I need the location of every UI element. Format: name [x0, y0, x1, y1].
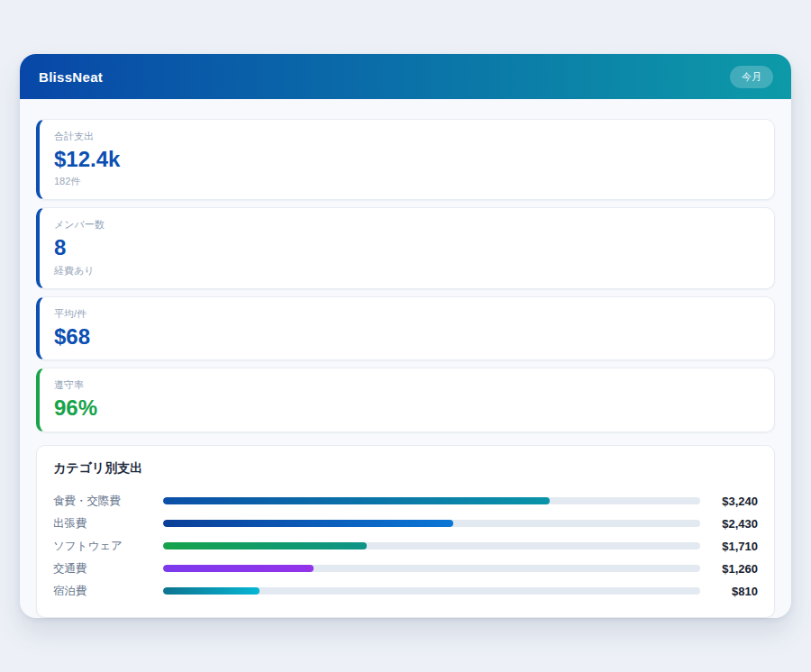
category-amount: $810: [700, 585, 758, 598]
category-label: 食費・交際費: [53, 494, 163, 509]
category-bar-track: [163, 520, 700, 527]
stat-card-average: 平均/件 $68: [36, 296, 775, 360]
category-bar-fill: [163, 497, 550, 504]
category-amount: $2,430: [700, 517, 758, 531]
stat-card-members: メンバー数 8 経費あり: [36, 207, 775, 288]
stat-card-total-spend: 合計支出 $12.4k 182件: [36, 119, 775, 200]
stat-value: $68: [54, 325, 760, 349]
category-label: 出張費: [53, 516, 163, 531]
category-bar-track: [163, 565, 700, 572]
category-bar-fill: [163, 520, 453, 527]
main-content: 合計支出 $12.4k 182件 メンバー数 8 経費あり 平均/件 $68 遵…: [20, 99, 791, 618]
category-row: ソフトウェア $1,710: [53, 535, 758, 558]
category-bar-fill: [163, 565, 314, 572]
category-bar-track: [163, 587, 700, 595]
stat-label: 平均/件: [54, 307, 760, 321]
stat-label: 遵守率: [54, 378, 760, 392]
category-amount: $1,260: [700, 562, 758, 576]
app-header: BlissNeat 今月: [20, 54, 791, 99]
stat-value: 96%: [54, 396, 760, 420]
category-spend-title: カテゴリ別支出: [53, 460, 758, 477]
category-label: 宿泊費: [53, 584, 163, 599]
stat-sub: 経費あり: [54, 264, 760, 277]
stat-value: 8: [54, 236, 760, 259]
app-window: BlissNeat 今月 合計支出 $12.4k 182件 メンバー数 8 経費…: [20, 54, 791, 618]
stat-sub: 182件: [54, 175, 760, 188]
stat-value: $12.4k: [54, 148, 760, 171]
category-label: ソフトウェア: [53, 539, 163, 554]
stat-label: メンバー数: [54, 218, 760, 232]
category-bar-track: [163, 497, 700, 504]
app-title: BlissNeat: [39, 69, 103, 85]
category-bar-fill: [163, 587, 260, 595]
category-bar-fill: [163, 542, 367, 549]
stat-label: 合計支出: [54, 130, 760, 143]
stat-card-compliance: 遵守率 96%: [36, 368, 775, 431]
category-row: 宿泊費 $810: [53, 580, 758, 603]
period-badge[interactable]: 今月: [730, 66, 773, 88]
category-row: 食費・交際費 $3,240: [53, 490, 758, 513]
category-label: 交通費: [53, 561, 163, 577]
category-amount: $1,710: [700, 540, 758, 553]
category-spend-card: カテゴリ別支出 食費・交際費 $3,240 出張費 $2,430 ソフトウェア: [36, 445, 775, 618]
category-row: 交通費 $1,260: [53, 558, 758, 580]
category-row: 出張費 $2,430: [53, 513, 758, 535]
category-amount: $3,240: [700, 495, 758, 508]
category-bar-track: [163, 542, 700, 549]
